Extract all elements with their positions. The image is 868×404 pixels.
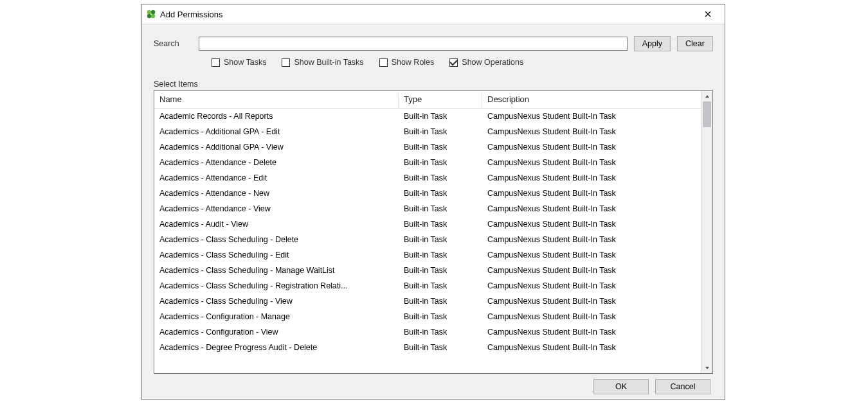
cell-description: CampusNexus Student Built-In Task <box>482 189 701 198</box>
cell-name: Academics - Configuration - View <box>154 328 399 337</box>
apply-button[interactable]: Apply <box>634 36 671 51</box>
table-row[interactable]: Academics - Class Scheduling - DeleteBui… <box>154 232 701 247</box>
dialog-body: Search Apply Clear Show Tasks Show Built… <box>142 24 725 400</box>
table-row[interactable]: Academics - Attendance - EditBuilt-in Ta… <box>154 170 701 186</box>
cell-name: Academics - Class Scheduling - Manage Wa… <box>154 266 399 275</box>
cell-type: Built-in Task <box>399 173 482 182</box>
cell-name: Academics - Class Scheduling - Registrat… <box>154 281 399 290</box>
table-row[interactable]: Academics - Class Scheduling - Manage Wa… <box>154 263 701 278</box>
checkbox-icon <box>212 58 220 67</box>
cell-type: Built-in Task <box>399 127 482 136</box>
cell-description: CampusNexus Student Built-In Task <box>482 328 701 337</box>
cell-type: Built-in Task <box>399 297 482 306</box>
table-row[interactable]: Academics - Audit - ViewBuilt-in TaskCam… <box>154 216 701 232</box>
scroll-up-arrow-icon[interactable] <box>701 91 712 101</box>
cell-name: Academics - Additional GPA - View <box>154 143 399 152</box>
show-tasks-label: Show Tasks <box>224 58 266 67</box>
svg-point-3 <box>151 14 155 18</box>
checkbox-icon <box>282 58 290 67</box>
cell-name: Academics - Degree Progress Audit - Dele… <box>154 343 399 352</box>
show-tasks-checkbox[interactable]: Show Tasks <box>212 58 266 67</box>
column-header-description[interactable]: Description <box>482 93 701 108</box>
cell-name: Academics - Class Scheduling - View <box>154 297 399 306</box>
table-row[interactable]: Academics - Attendance - ViewBuilt-in Ta… <box>154 201 701 216</box>
cell-name: Academics - Attendance - View <box>154 204 399 213</box>
svg-point-1 <box>151 10 155 14</box>
cell-description: CampusNexus Student Built-In Task <box>482 143 701 152</box>
cell-description: CampusNexus Student Built-In Task <box>482 112 701 121</box>
cell-description: CampusNexus Student Built-In Task <box>482 220 701 229</box>
table-row[interactable]: Academics - Class Scheduling - ViewBuilt… <box>154 294 701 309</box>
table-row[interactable]: Academics - Attendance - NewBuilt-in Tas… <box>154 186 701 201</box>
cell-description: CampusNexus Student Built-In Task <box>482 250 701 259</box>
scroll-thumb[interactable] <box>703 101 711 127</box>
show-roles-checkbox[interactable]: Show Roles <box>379 58 435 67</box>
ok-button[interactable]: OK <box>593 379 649 394</box>
search-input[interactable] <box>199 37 628 51</box>
app-icon <box>146 9 156 19</box>
show-builtin-tasks-label: Show Built-in Tasks <box>294 58 363 67</box>
cell-name: Academics - Configuration - Manage <box>154 312 399 321</box>
cell-type: Built-in Task <box>399 235 482 244</box>
svg-point-0 <box>147 10 151 14</box>
cell-type: Built-in Task <box>399 112 482 121</box>
scroll-track[interactable] <box>701 101 712 362</box>
cell-description: CampusNexus Student Built-In Task <box>482 281 701 290</box>
table-row[interactable]: Academics - Configuration - ManageBuilt-… <box>154 309 701 324</box>
cell-name: Academics - Additional GPA - Edit <box>154 127 399 136</box>
clear-button[interactable]: Clear <box>677 36 713 51</box>
svg-point-2 <box>147 14 151 18</box>
show-operations-label: Show Operations <box>462 58 523 67</box>
window-title: Add Permissions <box>160 10 223 19</box>
cell-description: CampusNexus Student Built-In Task <box>482 127 701 136</box>
column-header-row: Name Type Description <box>154 91 701 109</box>
table-row[interactable]: Academics - Class Scheduling - Registrat… <box>154 278 701 294</box>
cell-description: CampusNexus Student Built-In Task <box>482 266 701 275</box>
select-items-label: Select Items <box>154 80 713 89</box>
cell-type: Built-in Task <box>399 250 482 259</box>
cell-description: CampusNexus Student Built-In Task <box>482 235 701 244</box>
titlebar: Add Permissions <box>142 4 725 24</box>
cell-type: Built-in Task <box>399 158 482 167</box>
show-roles-label: Show Roles <box>392 58 435 67</box>
cell-name: Academics - Class Scheduling - Delete <box>154 235 399 244</box>
scroll-down-arrow-icon[interactable] <box>701 362 712 373</box>
table-row[interactable]: Academics - Additional GPA - EditBuilt-i… <box>154 124 701 139</box>
column-header-name[interactable]: Name <box>154 93 399 108</box>
cell-description: CampusNexus Student Built-In Task <box>482 204 701 213</box>
table-row[interactable]: Academic Records - All ReportsBuilt-in T… <box>154 109 701 124</box>
cell-type: Built-in Task <box>399 281 482 290</box>
table-row[interactable]: Academics - Attendance - DeleteBuilt-in … <box>154 155 701 170</box>
cell-description: CampusNexus Student Built-In Task <box>482 297 701 306</box>
cancel-button[interactable]: Cancel <box>655 379 710 394</box>
close-button[interactable] <box>695 5 721 23</box>
cell-type: Built-in Task <box>399 143 482 152</box>
checkbox-checked-icon <box>449 58 458 67</box>
search-label: Search <box>154 39 192 48</box>
cell-name: Academics - Class Scheduling - Edit <box>154 250 399 259</box>
table-row[interactable]: Academics - Configuration - ViewBuilt-in… <box>154 324 701 340</box>
items-list: Name Type Description Academic Records -… <box>154 90 713 374</box>
cell-name: Academics - Attendance - Delete <box>154 158 399 167</box>
table-row[interactable]: Academics - Class Scheduling - EditBuilt… <box>154 247 701 263</box>
add-permissions-dialog: Add Permissions Search Apply Clear <box>141 4 725 400</box>
rows-container: Academic Records - All ReportsBuilt-in T… <box>154 109 701 373</box>
cell-name: Academics - Audit - View <box>154 220 399 229</box>
column-header-type[interactable]: Type <box>399 93 482 108</box>
cell-description: CampusNexus Student Built-In Task <box>482 312 701 321</box>
cell-name: Academic Records - All Reports <box>154 112 399 121</box>
checkbox-icon <box>379 58 388 67</box>
cell-type: Built-in Task <box>399 312 482 321</box>
table-row[interactable]: Academics - Degree Progress Audit - Dele… <box>154 340 701 355</box>
cell-type: Built-in Task <box>399 204 482 213</box>
show-builtin-tasks-checkbox[interactable]: Show Built-in Tasks <box>282 58 363 67</box>
show-operations-checkbox[interactable]: Show Operations <box>449 58 523 67</box>
search-row: Search Apply Clear <box>154 36 713 51</box>
filter-row: Show Tasks Show Built-in Tasks Show Role… <box>154 58 713 67</box>
cell-description: CampusNexus Student Built-In Task <box>482 173 701 182</box>
cell-name: Academics - Attendance - New <box>154 189 399 198</box>
vertical-scrollbar[interactable] <box>701 91 712 373</box>
cell-type: Built-in Task <box>399 266 482 275</box>
cell-name: Academics - Attendance - Edit <box>154 173 399 182</box>
table-row[interactable]: Academics - Additional GPA - ViewBuilt-i… <box>154 139 701 155</box>
